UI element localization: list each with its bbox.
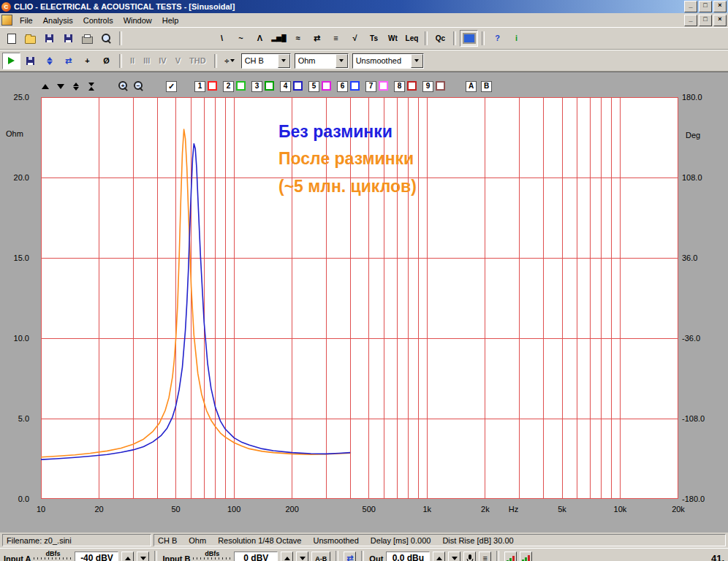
main-toolbar: \ ~ Λ ▂▅█ ≈ ⇄ ≡ √ Ts Wt Leq Qc ? i — [0, 27, 728, 50]
menu-item-file[interactable]: File — [15, 15, 38, 26]
qc-button[interactable]: Qc — [431, 30, 450, 47]
output-up-button[interactable] — [433, 552, 445, 561]
level-meter-a-button[interactable] — [504, 552, 517, 561]
impulse-analysis-button[interactable]: Λ — [251, 30, 269, 47]
open-button[interactable] — [21, 30, 39, 47]
curve-b-button[interactable]: B — [481, 81, 492, 92]
smoothing-select[interactable]: Unsmoothed — [352, 53, 424, 69]
input-a-up-button[interactable] — [121, 552, 134, 561]
curve-3-color[interactable] — [265, 81, 274, 91]
status-segment: CH B — [158, 536, 177, 545]
curve-2-color[interactable] — [236, 81, 246, 91]
swap-channels-button[interactable]: ⇄ — [59, 53, 77, 69]
ts-parameters-button[interactable]: Ts — [365, 30, 383, 47]
io-control-bar: Input A dBfs -500 -40 dBV Input B dBfs -… — [0, 548, 728, 561]
phase-button[interactable]: Ø — [97, 53, 115, 69]
help-button[interactable]: ? — [488, 30, 507, 47]
curve-a-button[interactable]: A — [466, 81, 477, 92]
curve-9-color[interactable] — [436, 81, 445, 91]
expand-scale-button[interactable] — [71, 81, 81, 91]
fft-analysis-button[interactable]: ≈ — [289, 30, 307, 47]
rta-analysis-button[interactable]: ▂▅█ — [270, 30, 288, 47]
mdi-close-button[interactable]: × — [713, 15, 727, 26]
mic-button[interactable] — [463, 552, 476, 561]
input-a-down-button[interactable] — [137, 552, 149, 561]
output-down-button[interactable] — [448, 552, 460, 561]
curve-6-button[interactable]: 6 — [337, 81, 348, 92]
meter-unit-label: dBfs — [205, 551, 219, 557]
autorange-button[interactable]: ⇄ — [344, 552, 356, 561]
divide-icon: ÷ — [224, 57, 229, 65]
window-title: CLIO - ELECTRICAL & ACOUSTICAL TESTS - [… — [14, 2, 235, 11]
scale-down-button[interactable] — [56, 81, 66, 91]
menu-item-analysis[interactable]: Analysis — [38, 15, 78, 26]
save-button[interactable] — [40, 30, 58, 47]
input-b-down-button[interactable] — [296, 552, 308, 561]
unit-dropdown-button[interactable] — [335, 54, 348, 68]
about-button[interactable]: i — [507, 30, 526, 47]
mdi-restore-button[interactable]: □ — [699, 15, 712, 26]
divide-button[interactable]: ÷ — [221, 53, 239, 69]
curve-slot-3: 3 — [251, 81, 274, 92]
curve-2-button[interactable]: 2 — [223, 81, 234, 92]
curve-7-color[interactable] — [379, 81, 388, 91]
marker-button[interactable]: + — [78, 53, 96, 69]
export-button[interactable] — [59, 30, 77, 47]
sinusoidal-analysis-button[interactable]: ~ — [232, 30, 250, 47]
transfer-analysis-button[interactable]: ⇄ — [308, 30, 326, 47]
x-axis-tick: 10 — [26, 505, 56, 514]
curve-5-button[interactable]: 5 — [308, 81, 319, 92]
minimize-button[interactable]: _ — [684, 1, 697, 12]
close-button[interactable]: × — [713, 1, 727, 12]
toolbar-ii-button: II — [126, 56, 139, 65]
curve-8-button[interactable]: 8 — [394, 81, 405, 92]
autoscale-button[interactable] — [40, 53, 58, 69]
channel-link-button[interactable]: A-B — [311, 552, 330, 561]
curve-1-button[interactable]: 1 — [194, 81, 205, 92]
x-axis-unit: Hz — [504, 505, 522, 514]
menu-item-help[interactable]: Help — [157, 15, 184, 26]
curve-6-color[interactable] — [350, 81, 360, 91]
mdi-minimize-button[interactable]: _ — [684, 15, 697, 26]
menu-item-controls[interactable]: Controls — [78, 15, 118, 26]
curve-7-button[interactable]: 7 — [365, 81, 376, 92]
curve-3-button[interactable]: 3 — [251, 81, 262, 92]
input-b-meter: dBfs -500 — [193, 551, 231, 561]
app-logo-icon: C — [1, 2, 11, 12]
channel-dropdown-button[interactable] — [278, 54, 290, 68]
level-meter-b-button[interactable] — [520, 552, 532, 561]
mls-analysis-button[interactable]: \ — [213, 30, 231, 47]
maximize-button[interactable]: □ — [699, 1, 712, 12]
curve-visibility-checkbox[interactable]: ✓ — [166, 81, 177, 92]
curve-5-color[interactable] — [322, 81, 331, 91]
impedance-plot[interactable]: Без разминкиПосле разминки(~5 млн. цикло… — [41, 97, 678, 499]
unit-select[interactable]: Ohm — [295, 53, 349, 69]
zoom-in-button[interactable]: + — [118, 81, 129, 91]
channel-select[interactable]: CH B — [241, 53, 291, 69]
curve-8-color[interactable] — [407, 81, 417, 91]
menu-item-window[interactable]: Window — [118, 15, 157, 26]
input-b-up-button[interactable] — [281, 552, 293, 561]
monitor-button[interactable] — [460, 30, 478, 47]
sine-icon: ~ — [238, 34, 243, 42]
curve-4-color[interactable] — [293, 81, 303, 91]
multimeter-button[interactable]: ≡ — [327, 30, 345, 47]
leq-button[interactable]: Leq — [403, 30, 421, 47]
scale-up-button[interactable] — [40, 81, 50, 91]
curve-9-button[interactable]: 9 — [422, 81, 433, 92]
compress-scale-button[interactable] — [86, 81, 96, 91]
new-button[interactable] — [2, 30, 20, 47]
led-meter-icon — [522, 554, 530, 561]
waterfall-button[interactable]: Wt — [384, 30, 402, 47]
save-measurement-button[interactable] — [21, 53, 39, 69]
wow-flutter-button[interactable]: √ — [346, 30, 364, 47]
preview-button[interactable] — [97, 30, 115, 47]
print-button[interactable] — [78, 30, 96, 47]
curve-1-color[interactable] — [208, 81, 217, 91]
curve-4-button[interactable]: 4 — [280, 81, 291, 92]
smoothing-dropdown-button[interactable] — [411, 54, 423, 68]
go-button[interactable] — [2, 53, 20, 69]
generator-menu-button[interactable]: ≡ — [479, 552, 491, 561]
zoom-out-button[interactable]: − — [134, 81, 144, 91]
status-segment: Ohm — [189, 536, 206, 545]
